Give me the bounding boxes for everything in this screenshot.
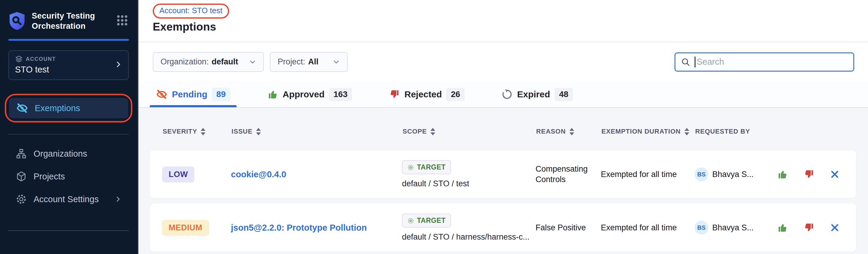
organization-filter-dropdown[interactable]: Organization: default [153, 52, 264, 72]
approve-button[interactable] [777, 222, 788, 233]
severity-cell: LOW [150, 166, 231, 182]
text-caret [694, 57, 695, 67]
requested-by-name: Bhavya S... [712, 223, 753, 232]
sort-button[interactable] [256, 128, 261, 135]
sidebar-accent-bar [8, 39, 129, 41]
sidebar-item-account-settings[interactable]: Account Settings [8, 188, 129, 211]
cube-icon [16, 171, 27, 182]
organization-filter-value: default [212, 57, 239, 66]
table-row[interactable]: MEDIUM json5@2.2.0: Prototype Pollution … [150, 204, 856, 252]
tab-rejected[interactable]: Rejected 26 [383, 82, 471, 107]
tab-pending[interactable]: Pending 89 [150, 82, 237, 107]
issue-cell: cookie@0.4.0 [231, 169, 402, 180]
tab-count-badge: 26 [446, 88, 465, 101]
tab-count-badge: 48 [555, 88, 573, 101]
target-badge: TARGET [402, 214, 451, 228]
thumbs-up-icon [777, 169, 788, 180]
tab-label: Expired [517, 89, 550, 99]
sort-button[interactable] [684, 128, 689, 135]
search-icon [681, 57, 690, 67]
cancel-button[interactable] [830, 169, 840, 179]
tab-expired[interactable]: Expired 48 [495, 82, 579, 107]
sidebar-divider [8, 134, 129, 134]
tab-label: Pending [172, 89, 207, 99]
sidebar: Security Testing Orchestration ACCOUNT [0, 0, 138, 254]
close-icon [830, 223, 840, 232]
duration-cell: Exempted for all time [601, 170, 694, 179]
sort-button[interactable] [569, 128, 574, 135]
scope-path: default / STO / harness/harness-c... [402, 232, 530, 242]
annotation-oval-breadcrumb: Account: STO test [153, 4, 229, 19]
reason-cell: False Positive [535, 223, 601, 233]
account-name: STO test [15, 65, 122, 74]
search-input[interactable] [697, 57, 848, 67]
tab-label: Rejected [404, 89, 442, 99]
issue-link[interactable]: json5@2.2.0: Prototype Pollution [231, 223, 367, 232]
eye-slash-icon [16, 102, 28, 114]
cancel-button[interactable] [830, 223, 840, 232]
approve-button[interactable] [777, 169, 788, 180]
column-header-label: REASON [536, 128, 566, 135]
row-actions [772, 222, 856, 233]
reject-button[interactable] [804, 169, 814, 180]
requested-by-cell: BS Bhavya S... [694, 221, 772, 234]
table-header-row: SEVERITY ISSUE SCOPE REASON EXEMPTION DU… [150, 125, 856, 138]
duration-cell: Exempted for all time [601, 223, 694, 232]
column-header-label: ISSUE [231, 128, 252, 135]
layers-icon [15, 55, 23, 63]
column-header-requested-by: REQUESTED BY [695, 128, 772, 135]
sidebar-item-projects[interactable]: Projects [8, 165, 129, 188]
project-filter-dropdown[interactable]: Project: All [270, 52, 348, 72]
target-badge: TARGET [402, 160, 451, 174]
avatar: BS [694, 167, 708, 181]
target-icon [407, 164, 414, 171]
sidebar-item-label: Account Settings [34, 194, 99, 204]
app-logo-shield-icon [8, 11, 26, 31]
column-header-scope: SCOPE [403, 128, 536, 135]
sort-button[interactable] [430, 128, 435, 135]
project-filter-label: Project: [278, 57, 305, 66]
reason-cell: Compensating Controls [535, 164, 601, 185]
apps-grid-icon[interactable] [116, 14, 129, 27]
column-header-severity: SEVERITY [150, 128, 231, 135]
sidebar-item-exemptions[interactable]: Exemptions [9, 98, 128, 118]
sidebar-item-label: Projects [34, 171, 65, 182]
eye-slash-icon [156, 89, 167, 100]
tab-label: Approved [283, 89, 325, 99]
issue-link[interactable]: cookie@0.4.0 [231, 169, 286, 179]
gear-icon [16, 193, 27, 205]
clock-refresh-icon [502, 89, 513, 100]
account-label: ACCOUNT [26, 56, 56, 62]
project-filter-value: All [308, 57, 319, 66]
account-selector[interactable]: ACCOUNT STO test [8, 50, 129, 80]
severity-cell: MEDIUM [150, 220, 231, 236]
reject-button[interactable] [804, 222, 814, 233]
avatar: BS [694, 221, 708, 234]
severity-badge: MEDIUM [162, 220, 209, 236]
table-row[interactable]: LOW cookie@0.4.0 TARGET default / STO / … [150, 150, 856, 198]
close-icon [830, 169, 840, 179]
sidebar-item-organizations[interactable]: Organizations [8, 142, 129, 165]
thumbs-up-icon [268, 89, 278, 100]
scope-cell: TARGET default / STO / test [402, 160, 535, 188]
exemptions-table: SEVERITY ISSUE SCOPE REASON EXEMPTION DU… [138, 108, 868, 252]
column-header-label: EXEMPTION DURATION [601, 128, 681, 135]
main-content: Account: STO test Exemptions Organizatio… [138, 0, 868, 254]
scope-path: default / STO / test [402, 179, 469, 188]
organization-filter-label: Organization: [160, 57, 209, 66]
breadcrumb-account-link[interactable]: Account: STO test [159, 6, 222, 15]
thumbs-up-icon [777, 222, 788, 233]
column-header-label: SEVERITY [163, 128, 197, 135]
org-chart-icon [16, 148, 27, 159]
search-box [675, 53, 854, 72]
column-header-label: REQUESTED BY [695, 128, 750, 135]
row-actions [772, 169, 856, 180]
column-header-exemption-duration: EXEMPTION DURATION [601, 128, 695, 135]
filter-bar: Organization: default Project: All [138, 42, 868, 82]
chevron-down-icon [248, 58, 257, 66]
column-header-reason: REASON [536, 128, 601, 135]
tab-approved[interactable]: Approved 163 [261, 82, 359, 107]
target-icon [407, 218, 414, 224]
severity-badge: LOW [162, 166, 194, 182]
sort-button[interactable] [201, 128, 206, 135]
